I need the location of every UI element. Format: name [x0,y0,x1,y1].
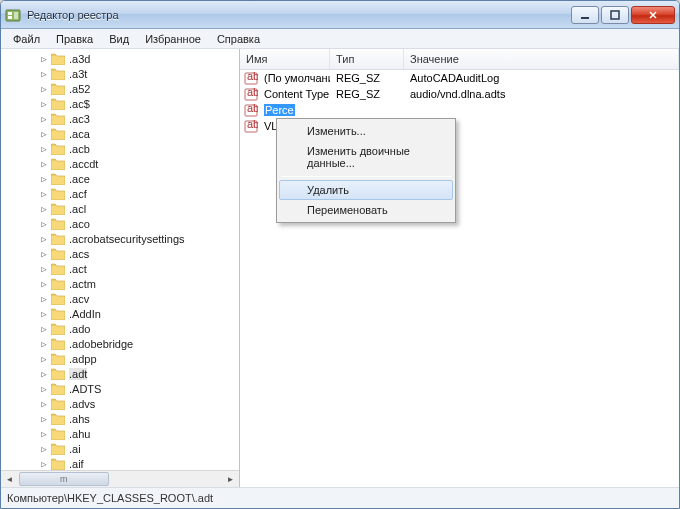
tree-item-label: .acl [69,203,86,215]
expand-icon[interactable]: ▷ [39,339,49,349]
tree-item[interactable]: ▷.accdt [7,156,239,171]
ctx-rename[interactable]: Переименовать [279,200,453,220]
menu-edit[interactable]: Правка [48,31,101,47]
tree-item[interactable]: ▷.a3t [7,66,239,81]
tree-item[interactable]: ▷.adt [7,366,239,381]
expand-icon[interactable]: ▷ [39,264,49,274]
expand-icon[interactable]: ▷ [39,369,49,379]
tree-item-label: .aco [69,218,90,230]
folder-icon [51,98,65,110]
expand-icon[interactable]: ▷ [39,414,49,424]
tree-item-label: .aca [69,128,90,140]
scroll-right-arrow[interactable]: ► [222,471,239,488]
tree-item-label: .ahs [69,413,90,425]
folder-icon [51,323,65,335]
tree-item[interactable]: ▷.acv [7,291,239,306]
expand-icon[interactable]: ▷ [39,204,49,214]
tree-item[interactable]: ▷.ado [7,321,239,336]
tree-item[interactable]: ▷.ac3 [7,111,239,126]
menu-file[interactable]: Файл [5,31,48,47]
tree-item[interactable]: ▷.acl [7,201,239,216]
ctx-delete[interactable]: Удалить [279,180,453,200]
tree-item-label: .ado [69,323,90,335]
tree-item[interactable]: ▷.ahs [7,411,239,426]
values-list[interactable]: ab(По умолчанию)REG_SZAutoCADAuditLogabC… [240,70,679,487]
tree-item[interactable]: ▷.aco [7,216,239,231]
expand-icon[interactable]: ▷ [39,249,49,259]
expand-icon[interactable]: ▷ [39,444,49,454]
client-area: ▷.a3d▷.a3t▷.a52▷.ac$▷.ac3▷.aca▷.acb▷.acc… [1,49,679,487]
list-header: Имя Тип Значение [240,49,679,70]
expand-icon[interactable]: ▷ [39,159,49,169]
tree-item[interactable]: ▷.a3d [7,51,239,66]
tree-item-label: .adobebridge [69,338,133,350]
column-type[interactable]: Тип [330,49,404,69]
menubar: Файл Правка Вид Избранное Справка [1,29,679,49]
tree-item[interactable]: ▷.ace [7,171,239,186]
horizontal-scrollbar[interactable]: ◄ m ► [1,470,239,487]
expand-icon[interactable]: ▷ [39,384,49,394]
expand-icon[interactable]: ▷ [39,189,49,199]
tree-item[interactable]: ▷.acrobatsecuritysettings [7,231,239,246]
tree-item[interactable]: ▷.actm [7,276,239,291]
expand-icon[interactable]: ▷ [39,174,49,184]
menu-view[interactable]: Вид [101,31,137,47]
column-name[interactable]: Имя [240,49,330,69]
close-button[interactable] [631,6,675,24]
titlebar[interactable]: Редактор реестра [1,1,679,29]
maximize-button[interactable] [601,6,629,24]
minimize-button[interactable] [571,6,599,24]
tree-item[interactable]: ▷.acb [7,141,239,156]
expand-icon[interactable]: ▷ [39,69,49,79]
expand-icon[interactable]: ▷ [39,54,49,64]
expand-icon[interactable]: ▷ [39,294,49,304]
tree-item[interactable]: ▷.aca [7,126,239,141]
statusbar: Компьютер\HKEY_CLASSES_ROOT\.adt [1,487,679,508]
tree-item[interactable]: ▷.aif [7,456,239,470]
expand-icon[interactable]: ▷ [39,324,49,334]
tree-item[interactable]: ▷.ADTS [7,381,239,396]
expand-icon[interactable]: ▷ [39,429,49,439]
tree-item[interactable]: ▷.advs [7,396,239,411]
svg-text:ab: ab [247,103,258,114]
menu-favorites[interactable]: Избранное [137,31,209,47]
expand-icon[interactable]: ▷ [39,234,49,244]
tree-item-label: .actm [69,278,96,290]
ctx-modify-binary[interactable]: Изменить двоичные данные... [279,141,453,173]
value-row[interactable]: abPerce [240,102,679,118]
value-name: Content Type [258,88,330,100]
folder-icon [51,143,65,155]
registry-tree[interactable]: ▷.a3d▷.a3t▷.a52▷.ac$▷.ac3▷.aca▷.acb▷.acc… [1,49,239,470]
tree-item[interactable]: ▷.ahu [7,426,239,441]
expand-icon[interactable]: ▷ [39,129,49,139]
expand-icon[interactable]: ▷ [39,309,49,319]
scroll-thumb[interactable]: m [19,472,109,486]
expand-icon[interactable]: ▷ [39,114,49,124]
expand-icon[interactable]: ▷ [39,84,49,94]
tree-item-label: .a3d [69,53,90,65]
tree-item[interactable]: ▷.act [7,261,239,276]
tree-item[interactable]: ▷.ai [7,441,239,456]
value-row[interactable]: ab(По умолчанию)REG_SZAutoCADAuditLog [240,70,679,86]
expand-icon[interactable]: ▷ [39,99,49,109]
folder-icon [51,368,65,380]
expand-icon[interactable]: ▷ [39,399,49,409]
column-value[interactable]: Значение [404,49,679,69]
expand-icon[interactable]: ▷ [39,219,49,229]
tree-item[interactable]: ▷.adobebridge [7,336,239,351]
tree-item[interactable]: ▷.a52 [7,81,239,96]
expand-icon[interactable]: ▷ [39,279,49,289]
expand-icon[interactable]: ▷ [39,144,49,154]
tree-item[interactable]: ▷.AddIn [7,306,239,321]
menu-help[interactable]: Справка [209,31,268,47]
ctx-modify[interactable]: Изменить... [279,121,453,141]
scroll-left-arrow[interactable]: ◄ [1,471,18,488]
tree-item[interactable]: ▷.adpp [7,351,239,366]
value-row[interactable]: abContent TypeREG_SZaudio/vnd.dlna.adts [240,86,679,102]
tree-item[interactable]: ▷.acs [7,246,239,261]
expand-icon[interactable]: ▷ [39,459,49,469]
tree-item[interactable]: ▷.ac$ [7,96,239,111]
ctx-separator [281,176,451,177]
expand-icon[interactable]: ▷ [39,354,49,364]
tree-item[interactable]: ▷.acf [7,186,239,201]
